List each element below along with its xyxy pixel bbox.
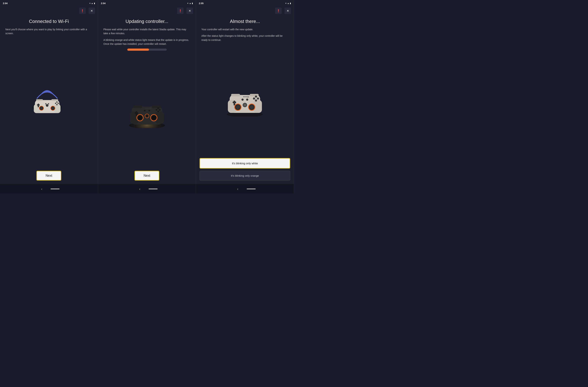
illustration-3: B Y A X: [201, 44, 289, 153]
panel-desc-1: Next you'll choose where you want to pla…: [5, 27, 92, 36]
signal-icon-2: ▲: [189, 2, 191, 4]
battery-icon-2: ▮: [192, 2, 193, 4]
svg-point-78: [246, 96, 247, 97]
wifi-icon-3: ▾: [285, 2, 287, 4]
svg-point-8: [55, 103, 56, 104]
back-button-2[interactable]: ‹: [136, 185, 143, 192]
action-bar-2: ❗ ✕: [98, 6, 196, 15]
home-indicator-2[interactable]: [149, 188, 158, 189]
illustration-1: [5, 38, 92, 164]
svg-text:Y: Y: [258, 98, 258, 100]
svg-point-73: [250, 105, 254, 109]
close-icon-2: ✕: [189, 9, 191, 13]
home-indicator-1[interactable]: [51, 188, 60, 189]
panel-updating: 2:04 ▾ ▲ ▮ ❗ ✕ Updating controller... Pl…: [98, 0, 196, 194]
svg-rect-5: [37, 104, 40, 106]
bottom-nav-3: ‹: [196, 184, 294, 194]
svg-point-36: [138, 116, 142, 120]
svg-rect-56: [233, 102, 236, 103]
signal-icon-1: ▲: [91, 2, 93, 4]
controller-wifi-svg: [24, 81, 70, 117]
svg-point-41: [152, 116, 156, 120]
svg-point-76: [243, 96, 244, 97]
choice-button-white[interactable]: It's blinking only white: [200, 158, 290, 169]
controller-update-svg: [121, 90, 173, 128]
next-btn-wrap-2: Next: [98, 168, 196, 184]
next-button-1[interactable]: Next: [36, 171, 61, 181]
alert-button-1[interactable]: ❗: [79, 7, 86, 14]
battery-icon-3: ▮: [290, 2, 291, 4]
signal-icon-3: ▲: [287, 2, 289, 4]
close-button-3[interactable]: ✕: [285, 7, 291, 14]
status-icons-3: ▾ ▲ ▮: [285, 2, 291, 4]
time-3: 2:05: [199, 2, 204, 5]
svg-point-45: [147, 108, 147, 109]
content-1: Connected to Wi-Fi Next you'll choose wh…: [0, 15, 98, 168]
panel-desc-2b: A blinking orange-and-white status light…: [104, 38, 190, 46]
wifi-icon-2: ▾: [187, 2, 189, 4]
svg-rect-15: [36, 99, 43, 101]
svg-point-13: [51, 107, 54, 110]
svg-point-19: [45, 103, 46, 104]
svg-point-33: [157, 107, 159, 109]
svg-text:B: B: [256, 100, 256, 102]
panel-title-2: Updating controller...: [104, 19, 190, 24]
svg-text:A: A: [254, 98, 254, 100]
svg-point-42: [144, 110, 146, 111]
svg-point-43: [148, 110, 150, 111]
svg-point-7: [58, 103, 59, 104]
alert-icon-1: ❗: [81, 9, 84, 13]
bottom-nav-2: ‹: [98, 184, 196, 194]
svg-point-67: [236, 105, 240, 109]
content-3: Almost there... Your controller will res…: [196, 15, 294, 156]
alert-button-3[interactable]: ❗: [275, 7, 282, 14]
battery-icon-1: ▮: [94, 2, 95, 4]
status-bar-3: 2:05 ▾ ▲ ▮: [196, 0, 294, 6]
illustration-2: [104, 54, 190, 164]
svg-point-46: [148, 108, 149, 109]
svg-point-74: [241, 99, 244, 101]
alert-button-2[interactable]: ❗: [177, 7, 184, 14]
alert-icon-3: ❗: [277, 9, 280, 13]
time-1: 2:04: [3, 2, 7, 5]
controller-almost-svg: B Y A X: [219, 81, 271, 117]
svg-point-20: [48, 103, 49, 104]
svg-point-9: [56, 102, 58, 103]
choice-button-orange[interactable]: It's blinking only orange: [200, 171, 290, 181]
wifi-icon-1: ▾: [89, 2, 90, 4]
svg-rect-29: [135, 112, 138, 114]
bottom-nav-1: ‹: [0, 184, 98, 194]
svg-rect-53: [231, 94, 240, 96]
status-icons-1: ▾ ▲ ▮: [89, 2, 95, 4]
content-2: Updating controller... Please wait while…: [98, 15, 196, 168]
svg-rect-16: [51, 99, 58, 101]
svg-point-11: [40, 107, 43, 110]
time-2: 2:04: [101, 2, 105, 5]
panel-desc-2a: Please wait while your controller instal…: [104, 27, 190, 36]
close-button-2[interactable]: ✕: [187, 7, 193, 14]
progress-bar-wrap: [127, 49, 167, 51]
status-icons-2: ▾ ▲ ▮: [187, 2, 193, 4]
panel-connected-wifi: 2:04 ▾ ▲ ▮ ❗ ✕ Connected to Wi-Fi Next y…: [0, 0, 98, 194]
svg-point-30: [157, 111, 159, 112]
next-btn-wrap-1: Next: [0, 168, 98, 184]
svg-point-31: [159, 109, 161, 111]
close-button-1[interactable]: ✕: [88, 7, 95, 14]
action-bar-1: ❗ ✕: [0, 6, 98, 15]
svg-point-75: [246, 99, 248, 101]
close-icon-3: ✕: [287, 9, 289, 13]
status-bar-2: 2:04 ▾ ▲ ▮: [98, 0, 196, 6]
next-button-2[interactable]: Next: [134, 171, 159, 181]
choice-buttons-wrap: It's blinking only white It's blinking o…: [196, 156, 294, 184]
svg-rect-27: [152, 105, 161, 108]
svg-point-44: [145, 108, 146, 109]
action-bar-3: ❗ ✕: [196, 6, 294, 15]
home-indicator-3[interactable]: [247, 188, 256, 189]
svg-point-6: [56, 104, 58, 105]
panel-desc-3a: Your controller will restart with the ne…: [201, 27, 289, 31]
svg-point-70: [244, 104, 245, 105]
back-button-3[interactable]: ‹: [234, 185, 241, 192]
svg-text:X: X: [256, 96, 256, 98]
close-icon-1: ✕: [90, 9, 93, 13]
back-button-1[interactable]: ‹: [38, 185, 45, 192]
